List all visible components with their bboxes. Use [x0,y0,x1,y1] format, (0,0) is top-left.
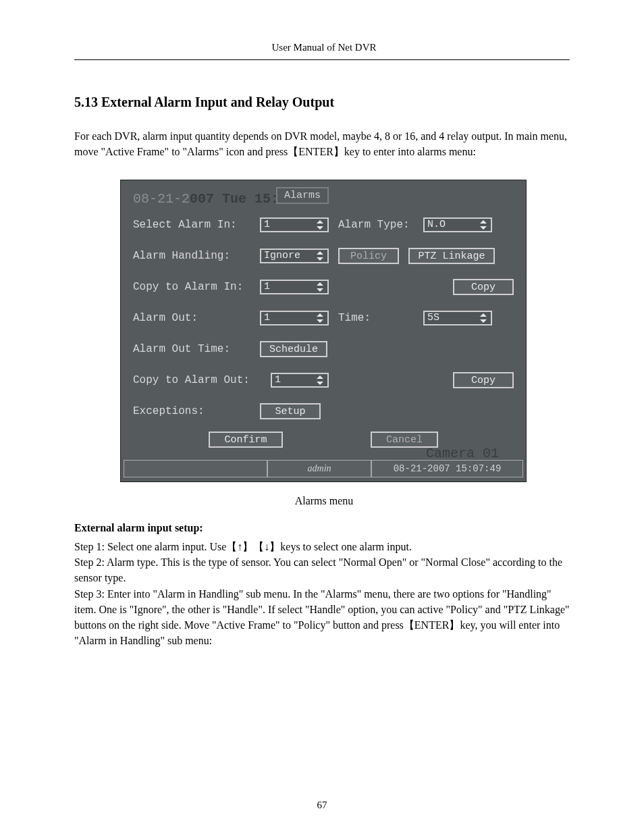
spin-icon [317,282,326,292]
label-exceptions: Exceptions: [133,405,250,417]
dialog-title: Alarms [276,187,329,204]
label-alarm-out-time: Alarm Out Time: [133,343,250,355]
copy-alarm-in-button[interactable]: Copy [453,279,514,295]
label-copy-to-alarm-out: Copy to Alarm Out: [133,374,261,386]
select-copy-to-alarm-out[interactable]: 1 [271,373,329,388]
select-copy-to-alarm-in[interactable]: 1 [260,280,329,294]
label-copy-to-alarm-in: Copy to Alarm In: [133,281,250,293]
ptz-linkage-button[interactable]: PTZ Linkage [408,248,495,264]
confirm-button[interactable]: Confirm [209,432,283,448]
spin-icon [480,313,489,323]
select-alarm-handling-value: Ignore [264,250,300,262]
page-number: 67 [0,800,644,811]
status-user: admin [267,460,371,477]
select-alarm-in[interactable]: 1 [260,217,329,232]
select-time[interactable]: 5S [423,311,492,325]
label-select-alarm-in: Select Alarm In: [133,219,250,231]
paragraph-body: Step 1: Select one alarm input. Use【↑】【↓… [74,539,574,648]
label-alarm-type: Alarm Type: [338,219,414,231]
section-intro: For each DVR, alarm input quantity depen… [74,128,574,159]
status-cell-left [124,460,267,477]
spin-icon [317,219,326,230]
select-time-value: 5S [427,312,439,324]
section-heading: 5.13 External Alarm Input and Relay Outp… [74,95,334,110]
policy-button[interactable]: Policy [338,248,399,264]
spin-icon [480,219,489,230]
select-alarm-in-value: 1 [264,219,270,231]
label-alarm-handling: Alarm Handling: [133,250,250,262]
alarms-menu-screenshot: 08-21-2007 Tue 15:07:48 Alarms Select Al… [120,180,527,482]
label-alarm-out: Alarm Out: [133,312,250,324]
spin-icon [317,375,326,386]
paragraph-heading: External alarm input setup: [74,520,574,536]
setup-button[interactable]: Setup [260,403,321,419]
select-copy-to-alarm-in-value: 1 [264,281,270,293]
select-copy-to-alarm-out-value: 1 [275,374,281,386]
figure-caption: Alarms menu [74,493,574,509]
select-alarm-handling[interactable]: Ignore [260,249,329,263]
label-time: Time: [338,312,414,324]
select-alarm-out-value: 1 [264,312,270,324]
spin-icon [317,251,326,261]
spin-icon [317,313,326,323]
osd-camera-ghost: Camera 01 [426,446,499,461]
schedule-button[interactable]: Schedule [260,341,327,357]
select-alarm-type-value: N.O [427,219,446,231]
header-rule [74,59,570,60]
select-alarm-type[interactable]: N.O [423,217,492,232]
copy-alarm-out-button[interactable]: Copy [453,372,514,388]
select-alarm-out[interactable]: 1 [260,311,329,325]
status-time: 08-21-2007 15:07:49 [371,460,523,477]
doc-header-title: User Manual of Net DVR [74,41,574,55]
status-bar: admin 08-21-2007 15:07:49 [124,460,523,477]
